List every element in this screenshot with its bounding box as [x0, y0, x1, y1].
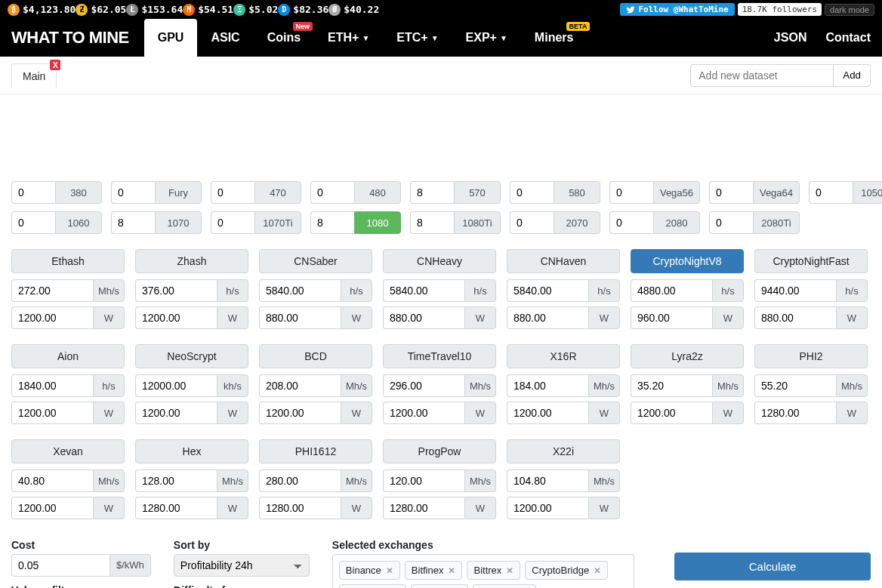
algo-title-button[interactable]: ProgPow: [383, 439, 496, 463]
hashrate-input[interactable]: [11, 374, 93, 397]
algo-title-button[interactable]: Aion: [11, 344, 125, 368]
nav-link-contact[interactable]: Contact: [825, 31, 871, 45]
gpu-label-button[interactable]: 470: [254, 181, 301, 204]
hashrate-input[interactable]: [383, 279, 464, 302]
gpu-label-button[interactable]: 1080Ti: [454, 211, 501, 234]
gpu-qty-input[interactable]: [11, 181, 55, 204]
power-input[interactable]: [259, 497, 341, 519]
hashrate-input[interactable]: [507, 469, 588, 492]
power-input[interactable]: [507, 306, 588, 329]
hashrate-input[interactable]: [135, 279, 217, 302]
gpu-qty-input[interactable]: [310, 181, 354, 204]
exchange-chip[interactable]: Bittrex✕: [467, 561, 520, 580]
power-input[interactable]: [11, 497, 93, 519]
hashrate-input[interactable]: [754, 279, 836, 302]
exchange-chip[interactable]: Cryptopia✕: [339, 584, 407, 588]
power-input[interactable]: [507, 402, 588, 424]
add-dataset-input[interactable]: [690, 64, 834, 87]
algo-title-button[interactable]: PHI2: [754, 344, 868, 368]
remove-icon[interactable]: ✕: [594, 565, 601, 576]
hashrate-input[interactable]: [259, 374, 341, 397]
nav-tab-eth[interactable]: ETH+▼: [314, 19, 383, 57]
exchange-chip[interactable]: Bitfinex✕: [405, 561, 463, 580]
algo-title-button[interactable]: CNSaber: [259, 249, 372, 273]
nav-tab-etc[interactable]: ETC+▼: [383, 19, 452, 57]
coin-price[interactable]: Ł$153.64: [126, 4, 183, 16]
algo-title-button[interactable]: X16R: [507, 344, 620, 368]
coin-price[interactable]: Ø$40.22: [328, 4, 379, 16]
algo-title-button[interactable]: Ethash: [11, 249, 125, 273]
algo-title-button[interactable]: CryptoNightV8: [631, 249, 744, 273]
gpu-label-button[interactable]: Fury: [155, 181, 202, 204]
hashrate-input[interactable]: [507, 279, 588, 302]
close-icon[interactable]: X: [50, 60, 60, 70]
gpu-qty-input[interactable]: [510, 181, 554, 204]
power-input[interactable]: [259, 306, 341, 329]
algo-title-button[interactable]: CNHaven: [507, 249, 620, 273]
gpu-label-button[interactable]: Vega64: [753, 181, 800, 204]
hashrate-input[interactable]: [259, 279, 341, 302]
algo-title-button[interactable]: TimeTravel10: [383, 344, 496, 368]
power-input[interactable]: [135, 497, 217, 519]
nav-tab-gpu[interactable]: GPU: [144, 19, 198, 57]
dataset-tab-main[interactable]: Main X: [11, 63, 57, 88]
power-input[interactable]: [631, 306, 712, 329]
algo-title-button[interactable]: X22i: [507, 439, 620, 463]
power-input[interactable]: [631, 402, 712, 424]
calculate-button[interactable]: Calculate: [674, 553, 871, 580]
nav-link-json[interactable]: JSON: [774, 31, 807, 45]
coin-price[interactable]: Ξ$5.02: [233, 4, 278, 16]
power-input[interactable]: [135, 306, 217, 329]
algo-title-button[interactable]: Zhash: [135, 249, 248, 273]
gpu-label-button[interactable]: 1060: [55, 211, 102, 234]
gpu-label-button[interactable]: 580: [554, 181, 600, 204]
power-input[interactable]: [754, 402, 836, 424]
gpu-label-button[interactable]: Vega56: [653, 181, 700, 204]
gpu-label-button[interactable]: 480: [354, 181, 401, 204]
add-dataset-button[interactable]: Add: [834, 64, 871, 87]
hashrate-input[interactable]: [754, 374, 836, 397]
algo-title-button[interactable]: PHI1612: [259, 439, 372, 463]
algo-title-button[interactable]: CryptoNightFast: [754, 249, 868, 273]
exchange-chip[interactable]: Poloniex✕: [473, 584, 536, 588]
hashrate-input[interactable]: [507, 374, 588, 397]
coin-price[interactable]: ₿$4,123.80: [8, 4, 76, 16]
nav-tab-asic[interactable]: ASIC: [197, 19, 253, 57]
power-input[interactable]: [507, 497, 588, 519]
gpu-qty-input[interactable]: [609, 181, 653, 204]
gpu-label-button[interactable]: 1070Ti: [254, 211, 301, 234]
twitter-followers-count[interactable]: 18.7K followers: [738, 3, 822, 16]
gpu-qty-input[interactable]: [809, 181, 853, 204]
algo-title-button[interactable]: CNHeavy: [383, 249, 496, 273]
nav-tab-exp[interactable]: EXP+▼: [452, 19, 521, 57]
gpu-qty-input[interactable]: [410, 211, 454, 234]
power-input[interactable]: [754, 306, 836, 329]
algo-title-button[interactable]: Lyra2z: [631, 344, 744, 368]
remove-icon[interactable]: ✕: [386, 565, 393, 576]
exchange-chip[interactable]: CryptoBridge✕: [525, 561, 608, 580]
power-input[interactable]: [383, 306, 464, 329]
gpu-label-button[interactable]: 2080: [653, 211, 700, 234]
gpu-qty-input[interactable]: [410, 181, 454, 204]
gpu-qty-input[interactable]: [709, 181, 753, 204]
exchange-chip[interactable]: HitBTC✕: [411, 584, 468, 588]
algo-title-button[interactable]: Xevan: [11, 439, 125, 463]
power-input[interactable]: [135, 402, 217, 424]
power-input[interactable]: [259, 402, 341, 424]
nav-tab-coins[interactable]: CoinsNew: [254, 19, 314, 57]
gpu-qty-input[interactable]: [11, 211, 55, 234]
gpu-label-button[interactable]: 1080: [354, 211, 401, 234]
hashrate-input[interactable]: [259, 469, 341, 492]
hashrate-input[interactable]: [631, 279, 712, 302]
hashrate-input[interactable]: [11, 469, 93, 492]
hashrate-input[interactable]: [383, 469, 464, 492]
hashrate-input[interactable]: [631, 374, 712, 397]
exchanges-box[interactable]: Binance✕Bitfinex✕Bittrex✕CryptoBridge✕Cr…: [332, 554, 634, 588]
gpu-label-button[interactable]: 2080Ti: [753, 211, 800, 234]
nav-tab-miners[interactable]: MinersBETA: [521, 19, 587, 57]
gpu-qty-input[interactable]: [211, 181, 254, 204]
gpu-qty-input[interactable]: [310, 211, 354, 234]
algo-title-button[interactable]: NeoScrypt: [135, 344, 248, 368]
gpu-label-button[interactable]: 2070: [554, 211, 600, 234]
site-logo[interactable]: WHAT TO MINE: [11, 28, 129, 48]
